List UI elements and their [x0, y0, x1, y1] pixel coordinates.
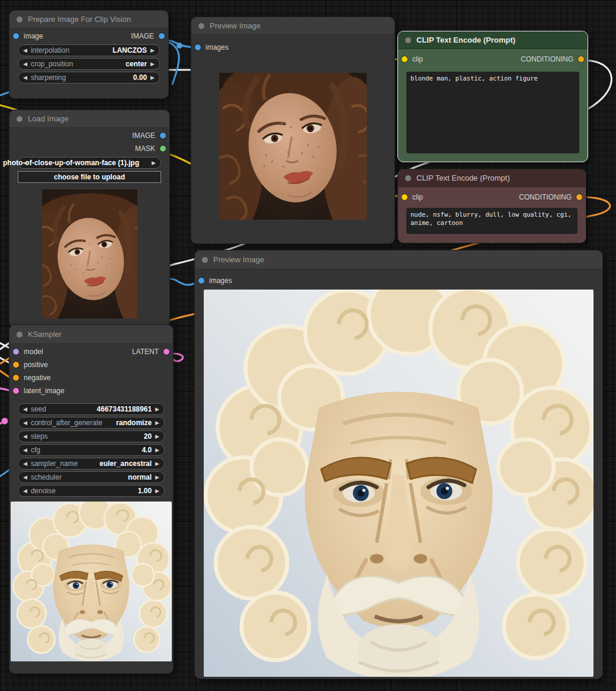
widget-crop-position[interactable]: ◀ crop_position center ▶ [18, 58, 160, 70]
input-port-clip[interactable] [402, 56, 408, 62]
widget-sharpening[interactable]: ◀ sharpening 0.00 ▶ [18, 72, 160, 83]
node-clip-text-encode-negative[interactable]: CLIP Text Encode (Prompt) clip CONDITION… [397, 169, 586, 243]
increment-arrow-icon[interactable]: ▶ [150, 48, 155, 53]
decrement-arrow-icon[interactable]: ◀ [23, 420, 27, 426]
increment-arrow-icon[interactable]: ▶ [155, 488, 159, 494]
increment-arrow-icon[interactable]: ▶ [155, 434, 159, 439]
decrement-arrow-icon[interactable]: ◀ [23, 488, 27, 494]
input-port-negative[interactable] [13, 375, 19, 381]
widget-control-after-generate[interactable]: ◀ control_after_generate randomize ▶ [18, 417, 165, 429]
positive-prompt-textarea[interactable]: blonde man, plastic, action figure [406, 72, 579, 153]
collapse-dot-icon[interactable] [198, 23, 204, 29]
preview-image [219, 73, 367, 220]
node-title: Preview Image [213, 255, 264, 264]
node-header[interactable]: Preview Image [191, 17, 394, 35]
collapse-dot-icon[interactable] [202, 257, 208, 263]
increment-arrow-icon[interactable]: ▶ [155, 461, 159, 467]
decrement-arrow-icon[interactable]: ◀ [23, 475, 27, 480]
previous-file-arrow-icon[interactable]: ◀ [23, 160, 27, 166]
decrement-arrow-icon[interactable]: ◀ [23, 48, 27, 53]
wire-latent [172, 353, 183, 361]
input-port-image[interactable] [13, 33, 19, 39]
output-port-image[interactable] [160, 133, 166, 139]
decrement-arrow-icon[interactable]: ◀ [23, 62, 27, 67]
decrement-arrow-icon[interactable]: ◀ [23, 434, 27, 439]
output-port-image[interactable] [159, 33, 165, 39]
node-preview-image-result[interactable]: Preview Image images [194, 250, 603, 679]
increment-arrow-icon[interactable]: ▶ [155, 475, 159, 480]
node-load-image[interactable]: Load Image IMAGE MASK ◀ photo-of-close-u… [9, 110, 170, 327]
decrement-arrow-icon[interactable]: ◀ [23, 75, 27, 81]
collapse-dot-icon[interactable] [17, 116, 23, 122]
loaded-image-preview [42, 189, 137, 319]
widget-cfg[interactable]: ◀ cfg 4.0 ▶ [18, 444, 165, 456]
node-preview-image-source[interactable]: Preview Image images [191, 17, 395, 244]
output-port-conditioning[interactable] [576, 194, 582, 200]
widget-scheduler[interactable]: ◀ scheduler normal ▶ [18, 471, 165, 483]
node-graph-canvas[interactable]: Prepare Image For Clip Vision image IMAG… [0, 0, 616, 691]
widget-steps[interactable]: ◀ steps 20 ▶ [18, 430, 165, 442]
collapse-dot-icon[interactable] [405, 37, 411, 43]
input-port-positive[interactable] [13, 362, 19, 368]
increment-arrow-icon[interactable]: ▶ [155, 407, 159, 412]
increment-arrow-icon[interactable]: ▶ [150, 62, 155, 67]
node-header[interactable]: KSampler [9, 325, 173, 344]
generated-image-preview [204, 290, 593, 677]
node-title: Prepare Image For Clip Vision [28, 15, 131, 24]
node-prepare-image-for-clip-vision[interactable]: Prepare Image For Clip Vision image IMAG… [9, 10, 169, 99]
node-header[interactable]: CLIP Text Encode (Prompt) [398, 169, 586, 187]
input-port-model[interactable] [13, 349, 19, 355]
collapse-dot-icon[interactable] [17, 332, 23, 338]
node-title: CLIP Text Encode (Prompt) [416, 173, 510, 182]
node-title: CLIP Text Encode (Prompt) [416, 36, 515, 44]
node-clip-text-encode-positive[interactable]: CLIP Text Encode (Prompt) clip CONDITION… [397, 31, 588, 162]
increment-arrow-icon[interactable]: ▶ [150, 75, 155, 81]
collapse-dot-icon[interactable] [405, 175, 411, 181]
output-port-mask[interactable] [160, 146, 166, 152]
output-port-conditioning[interactable] [578, 56, 584, 62]
node-header[interactable]: Preview Image [195, 250, 602, 269]
node-header[interactable]: CLIP Text Encode (Prompt) [398, 31, 588, 49]
input-port-images[interactable] [198, 278, 204, 284]
sampled-image-preview [11, 502, 172, 661]
link-dot [177, 43, 182, 49]
widget-image-filename[interactable]: ◀ photo-of-close-up-of-woman-face (1).jp… [18, 157, 161, 169]
node-title: Preview Image [210, 21, 261, 30]
output-port-latent[interactable] [163, 349, 169, 355]
input-port-images[interactable] [195, 44, 201, 50]
input-port-clip[interactable] [402, 194, 408, 200]
decrement-arrow-icon[interactable]: ◀ [23, 461, 27, 467]
decrement-arrow-icon[interactable]: ◀ [23, 448, 27, 453]
widget-denoise[interactable]: ◀ denoise 1.00 ▶ [18, 485, 165, 497]
input-port-latent-image[interactable] [13, 388, 19, 394]
next-file-arrow-icon[interactable]: ▶ [152, 160, 156, 166]
node-header[interactable]: Prepare Image For Clip Vision [9, 11, 168, 28]
widget-seed[interactable]: ◀ seed 46673431188961 ▶ [18, 403, 165, 415]
node-ksampler[interactable]: KSampler model LATENT positive negative … [9, 324, 174, 674]
collapse-dot-icon[interactable] [17, 17, 23, 23]
increment-arrow-icon[interactable]: ▶ [155, 448, 159, 453]
widget-interpolation[interactable]: ◀ interpolation LANCZOS ▶ [18, 44, 160, 56]
choose-file-button[interactable]: choose file to upload [18, 171, 161, 183]
node-title: KSampler [28, 330, 62, 339]
widget-sampler-name[interactable]: ◀ sampler_name euler_ancestral ▶ [18, 458, 165, 470]
link-dot [2, 418, 8, 425]
increment-arrow-icon[interactable]: ▶ [155, 420, 159, 426]
negative-prompt-textarea[interactable]: nude, nsfw, blurry, dull, low quality, c… [406, 208, 578, 234]
node-header[interactable]: Load Image [9, 110, 169, 128]
node-title: Load Image [28, 114, 69, 123]
decrement-arrow-icon[interactable]: ◀ [23, 407, 27, 412]
